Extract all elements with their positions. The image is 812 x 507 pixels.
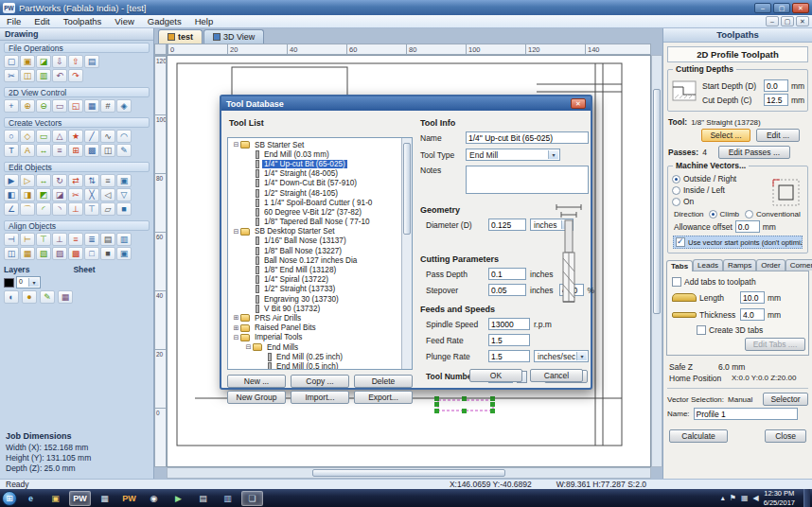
options-tab[interactable]: Leads [693,259,723,271]
file-operation-icon[interactable]: ◫ [20,69,35,82]
document-tab[interactable]: 3D View [203,29,264,44]
tool-tree-item[interactable]: 1/4" Straight (48-005) [230,169,400,179]
edit-object-icon[interactable]: ≡ [100,174,115,187]
options-tab[interactable]: Ramps [723,259,756,271]
tool-tree-item[interactable]: ⊟ SB Starter Set [230,140,400,149]
notes-input[interactable] [466,166,589,194]
align-object-icon[interactable]: ⊢ [20,233,35,246]
align-object-icon[interactable]: ▩ [68,247,83,260]
create-vector-icon[interactable]: ✎ [116,144,132,157]
layer-tool-icon[interactable]: ● [22,290,37,304]
tool-tree-item[interactable]: 1/16" Ball Nose (13137) [230,236,400,246]
create-vector-icon[interactable]: ▩ [84,144,99,157]
restore-button[interactable]: ▢ [773,3,790,13]
edit-object-icon[interactable]: ▣ [116,174,132,187]
vertical-scrollbar[interactable] [651,55,662,467]
edit-object-icon[interactable]: ◨ [20,188,35,201]
edit-tool-button[interactable]: Edit ... [756,129,800,142]
mdi-close-button[interactable]: ✕ [796,16,809,26]
create-vector-icon[interactable]: ↔ [36,144,51,157]
tree-expander-icon[interactable]: ⊞ [232,324,240,332]
edit-object-icon[interactable]: ◪ [52,188,67,201]
tool-tree-item[interactable]: 1/8" Ball Nose (13227) [230,246,400,255]
copy-tool-button[interactable]: Copy ... [291,375,349,388]
tool-tree-item[interactable]: 60 Degree V-Bit 1/2" (37-82) [230,207,400,217]
file-operation-icon[interactable]: ▣ [20,55,35,68]
tool-tree-item[interactable]: ⊟ SB Desktop Starter Set [230,227,400,236]
plunge-rate-input[interactable] [488,350,530,362]
machine-vector-option[interactable]: Outside / Right [672,174,770,184]
tool-tree-item[interactable]: Engraving 30 (13730) [230,294,400,304]
create-3d-tabs-checkbox[interactable] [697,325,706,335]
internet-explorer[interactable]: e [20,491,42,506]
vector-start-checkbox[interactable] [676,237,685,247]
feed-rate-input[interactable] [488,334,530,346]
tray-icon[interactable]: ▦ [741,494,749,502]
start-depth-input[interactable] [764,79,788,92]
cut-depth-input[interactable] [764,94,788,106]
select-tool-button[interactable]: Select ... [701,129,750,142]
machine-vector-option[interactable]: On [672,197,770,206]
create-vector-icon[interactable]: ╱ [84,130,99,143]
new-group-button[interactable]: New Group [227,391,286,404]
tool-tree-item[interactable]: ⊞ Raised Panel Bits [230,323,400,333]
file-operation-icon[interactable]: ▥ [36,69,51,82]
tool-tree-item[interactable]: 1 1/4" Spoil-Board Cutter ( 91-0 [230,198,400,207]
view-control-icon[interactable]: # [100,99,115,113]
close-panel-button[interactable]: Close [765,429,806,443]
shopbot-control[interactable]: ▦ [94,491,115,506]
pass-depth-input[interactable] [488,268,526,280]
view-control-icon[interactable]: ⊖ [36,99,51,113]
mdi-minimize-button[interactable]: – [766,16,779,26]
allowance-offset-input[interactable] [735,220,760,233]
close-button[interactable]: ✕ [792,3,809,13]
tree-expander-icon[interactable]: ⊟ [244,343,253,351]
layer-tool-icon[interactable]: ✎ [40,290,55,304]
menu-item[interactable]: Help [188,15,221,28]
show-desktop-button[interactable] [803,489,810,507]
tool-tree-item[interactable]: V Bit 90 (13732) [230,304,400,313]
media-player[interactable]: ▶ [168,491,189,506]
edit-object-icon[interactable]: ◝ [52,202,67,216]
dialog-title-bar[interactable]: Tool Database ✕ [221,96,591,111]
selector-button[interactable]: Selector ... [763,393,808,406]
documents[interactable]: ▤ [192,491,214,506]
tool-tree-item[interactable]: 1/2" Straight (13733) [230,285,400,294]
edit-object-icon[interactable]: ◩ [36,188,51,201]
menu-item[interactable]: Toolpaths [57,15,109,28]
tray-icon[interactable]: ◀ [752,494,758,502]
tree-expander-icon[interactable]: ⊟ [232,141,240,149]
file-operation-icon[interactable]: ⇧ [68,55,83,68]
mdi-restore-button[interactable]: ▢ [781,16,794,26]
edit-object-icon[interactable]: ↻ [52,174,67,187]
file-operation-icon[interactable]: ◪ [36,55,51,68]
tool-tree-item[interactable]: Ball Nose 0.127 inches Dia [230,255,400,265]
create-vector-icon[interactable]: ⊞ [68,144,83,157]
align-object-icon[interactable]: ◫ [4,247,19,260]
align-object-icon[interactable]: □ [84,247,99,260]
document-tab[interactable]: test [158,29,203,44]
tool-type-select[interactable]: End Mill [466,149,560,161]
edit-object-icon[interactable]: ✂ [68,188,83,201]
add-tabs-checkbox[interactable] [672,277,681,287]
horizontal-scrollbar[interactable] [167,467,651,479]
align-object-icon[interactable]: ▦ [20,247,35,260]
edit-object-icon[interactable]: ◁ [100,188,115,201]
options-tab[interactable]: Order [756,259,785,271]
control-panel[interactable]: ▥ [217,491,238,506]
rate-units-select[interactable]: inches/sec [534,350,589,362]
toolpath-name-input[interactable] [694,408,798,420]
direction-option[interactable]: Climb [709,210,739,219]
horizontal-scroll-thumb[interactable] [312,469,505,477]
create-vector-icon[interactable]: ◫ [100,144,115,157]
align-object-icon[interactable]: ■ [100,247,115,260]
create-vector-icon[interactable]: A [20,144,35,157]
minimize-button[interactable]: – [754,3,771,13]
create-vector-icon[interactable]: ▭ [36,130,51,143]
machine-vector-option[interactable]: Inside / Left [672,185,770,195]
align-object-icon[interactable]: ▤ [100,233,115,246]
import-button[interactable]: Import... [291,391,349,404]
start-button[interactable]: ⊞ [2,491,17,506]
edit-object-icon[interactable]: ╳ [84,188,99,201]
align-object-icon[interactable]: ≡ [68,233,83,246]
